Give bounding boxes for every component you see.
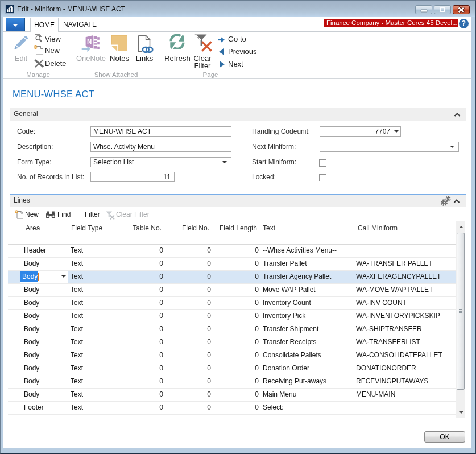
svg-text:N: N	[87, 38, 92, 45]
